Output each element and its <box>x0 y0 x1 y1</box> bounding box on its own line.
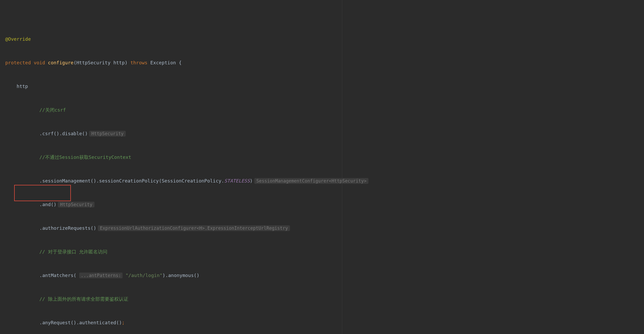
code-line: @Override <box>5 35 644 43</box>
code-line: // 对于登录接口 允许匿名访问 <box>5 248 644 256</box>
code-line: //关闭csrf <box>5 106 644 114</box>
chain-call: .antMatchers( <box>39 273 76 278</box>
param-hint: ...antPatterns: <box>79 273 123 278</box>
comment: //不通过Session获取SecurityContext <box>39 154 131 160</box>
paren: ) <box>250 178 253 184</box>
comment: // 除上面外的所有请求全部需要鉴权认证 <box>39 296 128 302</box>
chain-call: .csrf().disable() <box>39 131 88 136</box>
param-type: HttpSecurity <box>76 60 110 65</box>
chain-call: ).anonymous() <box>162 273 199 278</box>
keyword-protected: protected <box>5 60 31 65</box>
paren: ( <box>73 60 76 65</box>
param-name: http <box>113 60 125 65</box>
code-line: .csrf().disable()HttpSecurity <box>5 130 644 138</box>
enum-constant: STATELESS <box>224 178 250 184</box>
inlay-hint: HttpSecurity <box>89 131 126 137</box>
keyword-void: void <box>34 60 45 65</box>
keyword-throws: throws <box>130 60 147 65</box>
chain-call: .authorizeRequests() <box>39 225 96 231</box>
identifier: http <box>17 84 28 89</box>
right-margin-line <box>342 0 342 334</box>
brace: { <box>179 60 182 65</box>
inlay-hint: SessionManagementConfigurer<HttpSecurity… <box>254 178 369 184</box>
semicolon: ; <box>122 320 125 325</box>
code-editor[interactable]: @Override protected void configure(HttpS… <box>0 0 644 334</box>
highlight-box <box>14 185 71 201</box>
code-line: .anyRequest().authenticated(); <box>5 319 644 327</box>
comment: // 对于登录接口 允许匿名访问 <box>39 249 107 254</box>
code-line: .sessionManagement().sessionCreationPoli… <box>5 177 644 185</box>
code-line: .antMatchers( ...antPatterns: "/auth/log… <box>5 272 644 279</box>
chain-call: .and() <box>39 202 56 207</box>
inlay-hint: HttpSecurity <box>58 202 94 207</box>
code-line: .and()HttpSecurity <box>5 201 644 208</box>
code-line: http <box>5 82 644 90</box>
annotation-token: @Override <box>5 36 31 42</box>
comment: //关闭csrf <box>39 107 66 113</box>
code-line: protected void configure(HttpSecurity ht… <box>5 59 644 67</box>
exception-type: Exception <box>150 60 176 65</box>
method-name: configure <box>48 60 74 65</box>
code-line: .authorizeRequests()ExpressionUrlAuthori… <box>5 224 644 232</box>
code-line: //不通过Session获取SecurityContext <box>5 153 644 161</box>
string-literal: "/auth/login" <box>125 273 162 278</box>
paren: ) <box>125 60 128 65</box>
inlay-hint: ExpressionUrlAuthorizationConfigurer<H>.… <box>98 225 290 231</box>
chain-call: .anyRequest().authenticated() <box>39 320 122 325</box>
code-line: // 除上面外的所有请求全部需要鉴权认证 <box>5 295 644 303</box>
chain-call: .sessionManagement().sessionCreationPoli… <box>39 178 224 184</box>
